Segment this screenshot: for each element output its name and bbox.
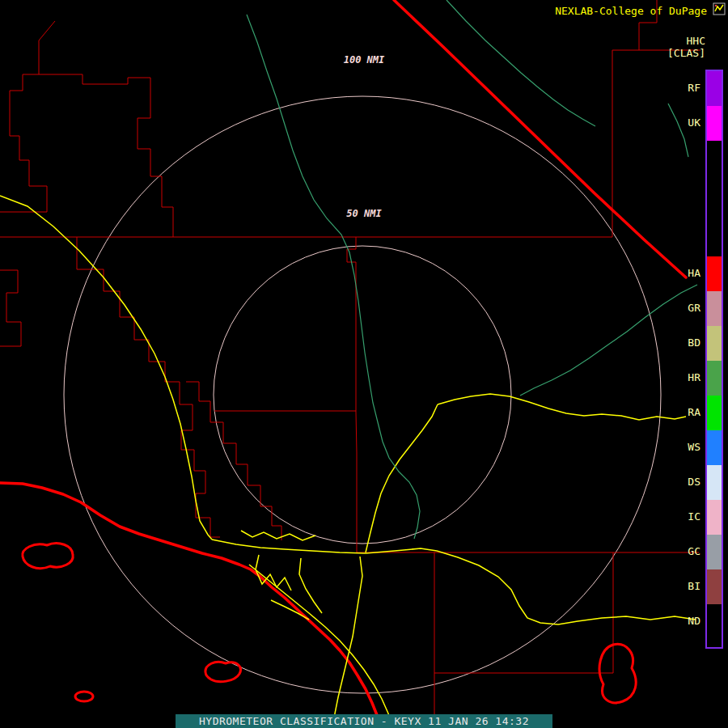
colorbar-seg-gr — [707, 291, 722, 326]
colorbar-seg-bd — [707, 326, 722, 361]
product-status: HYDROMETEOR CLASSIFICATION - KEYX 11 JAN… — [176, 714, 552, 728]
ring-label-50nmi: 50 NMI — [346, 208, 382, 219]
island-outline — [599, 644, 636, 702]
island-outline — [23, 544, 73, 569]
legend-label-ws: WS — [644, 441, 700, 454]
highway — [212, 540, 437, 553]
legend-product-mode: [CLAS] — [633, 47, 705, 59]
site-credit: NEXLAB-College of DuPage — [555, 5, 707, 17]
radar-screen: 100 NMI 50 NMI NEXLAB-College of DuPage … — [0, 0, 728, 728]
colorbar-seg-hr — [707, 361, 722, 396]
nexlab-logo-icon — [713, 2, 726, 15]
colorbar-seg-nd — [707, 604, 722, 644]
range-rings — [64, 96, 661, 693]
legend-label-ic: IC — [644, 510, 700, 523]
legend-label-uk: UK — [644, 116, 700, 129]
legend-label-ha: HA — [644, 267, 700, 280]
ring-50nmi — [214, 246, 511, 544]
highway — [0, 196, 212, 540]
legend-label-rf: RF — [644, 82, 700, 95]
county-line — [77, 237, 220, 537]
legend-label-gc: GC — [644, 545, 700, 558]
colorbar-seg-ha — [707, 256, 722, 291]
colorbar-seg-ws — [707, 430, 722, 465]
radar-map: 100 NMI 50 NMI — [0, 0, 728, 728]
colorbar-seg-bi — [707, 569, 722, 604]
river — [247, 15, 420, 539]
river — [447, 0, 595, 126]
legend-label-nd: ND — [644, 615, 700, 628]
rivers — [247, 0, 697, 539]
river — [668, 104, 688, 157]
legend-label-ra: RA — [644, 406, 700, 419]
legend-product-code: HHC — [633, 35, 705, 47]
ring-100nmi — [64, 96, 661, 693]
colorbar-seg-rf — [707, 71, 722, 106]
highway — [299, 558, 322, 613]
legend-label-gr: GR — [644, 302, 700, 315]
county-line — [0, 21, 55, 212]
colorbar-seg-ds — [707, 465, 722, 500]
highway — [256, 555, 291, 590]
highway — [366, 404, 438, 552]
colorbar-seg-ic — [707, 500, 722, 535]
county-line — [39, 74, 173, 237]
emphasized-boundaries — [0, 0, 686, 728]
coast-line — [0, 483, 380, 728]
colorbar — [705, 70, 723, 649]
colorbar-seg-ra — [707, 396, 722, 430]
highways — [0, 196, 696, 728]
county-line — [186, 382, 281, 540]
county-line — [612, 50, 700, 237]
legend-label-bi: BI — [644, 580, 700, 593]
legend-label-hr: HR — [644, 371, 700, 384]
island-outline — [75, 692, 93, 701]
highway — [333, 557, 362, 728]
colorbar-seg-gc — [707, 535, 722, 569]
legend-label-bd: BD — [644, 336, 700, 349]
status-bar: HYDROMETEOR CLASSIFICATION - KEYX 11 JAN… — [176, 714, 552, 728]
ring-label-100nmi: 100 NMI — [344, 54, 385, 66]
legend-label-ds: DS — [644, 476, 700, 489]
county-line — [0, 270, 21, 346]
colorbar-seg-uk — [707, 106, 722, 141]
